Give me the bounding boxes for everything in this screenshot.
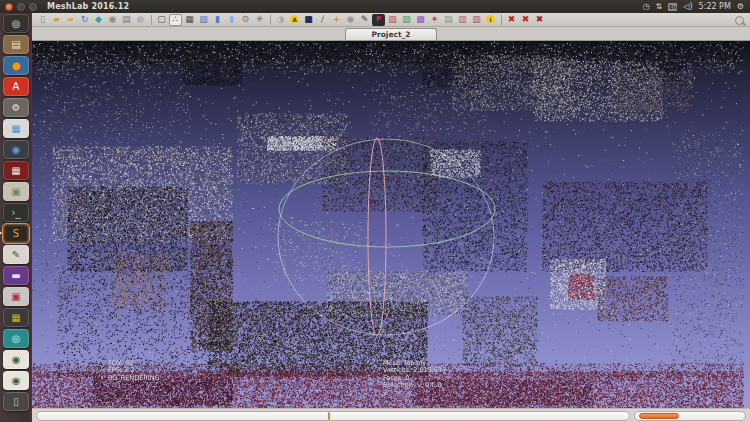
toolbar-separator [151, 15, 152, 25]
meshlab-window: ▯▰▰↻◆◉▤●▢∴▦▧▮▮⚙✳◑A■∕+◉✎P▧▨▩✶▤▥▥i✖✖✖ Proj… [32, 13, 750, 422]
pick-points-icon[interactable]: + [330, 14, 343, 26]
launcher-trash[interactable]: ▯ [3, 392, 29, 411]
launcher-terminal[interactable]: ›_ [3, 203, 29, 222]
launcher-gedit[interactable]: ✎ [3, 245, 29, 264]
3d-viewport[interactable] [32, 41, 750, 408]
select-vertices-icon[interactable]: ▧ [386, 14, 399, 26]
reload-mesh-icon[interactable]: ↻ [78, 14, 91, 26]
delete-all-meshes-icon[interactable]: ✖ [519, 14, 532, 26]
launcher-red-grid-app-icon: ▦ [11, 166, 20, 176]
search-icon[interactable] [735, 16, 744, 25]
main-toolbar: ▯▰▰↻◆◉▤●▢∴▦▧▮▮⚙✳◑A■∕+◉✎P▧▨▩✶▤▥▥i✖✖✖ [32, 13, 750, 27]
new-empty-project-icon[interactable]: ▯ [36, 14, 49, 26]
tab-project[interactable]: Project_2 [345, 28, 437, 40]
close-project-icon[interactable]: ✖ [533, 14, 546, 26]
launcher-teal-swirl-app[interactable]: ◎ [3, 329, 29, 348]
move-selection-icon[interactable]: ▤ [442, 14, 455, 26]
launcher-sublime-text-icon: S [13, 229, 19, 239]
launcher-firefox[interactable]: ● [3, 56, 29, 75]
project-tab-bar: Project_2 [32, 27, 750, 41]
wireframe-rendermode-icon[interactable]: ▦ [183, 14, 196, 26]
texture-toggle-icon[interactable]: ⚙ [239, 14, 252, 26]
launcher-app-a[interactable]: A [3, 77, 29, 96]
export-mesh-icon[interactable]: ◆ [92, 14, 105, 26]
progress-tick[interactable] [328, 412, 330, 420]
launcher-eye-app-1[interactable]: ◉ [3, 350, 29, 369]
bbox-rendermode-icon[interactable]: ▢ [155, 14, 168, 26]
tray-network-icon[interactable]: ⇅ [656, 3, 663, 11]
launcher-sublime-text[interactable]: S [3, 224, 29, 243]
hiddenlines-rendermode-icon[interactable]: ▧ [197, 14, 210, 26]
maximize-window-button[interactable] [29, 3, 37, 11]
side-track[interactable] [634, 411, 746, 421]
focused-app-arrow [0, 230, 2, 236]
launcher-purple-app[interactable]: ▬ [3, 266, 29, 285]
zpainting-icon[interactable]: P [372, 14, 385, 26]
open-project-icon[interactable]: ▰ [50, 14, 63, 26]
tray-keyboard-icon[interactable]: En [668, 3, 677, 11]
progress-track[interactable] [36, 411, 630, 421]
smooth-shading-icon[interactable]: ▮ [225, 14, 238, 26]
extra-label: v: [383, 390, 446, 398]
launcher-system-settings[interactable]: ⚙ [3, 98, 29, 117]
launcher-purple-app-icon: ▬ [11, 271, 20, 281]
window-title: MeshLab 2016.12 [47, 2, 129, 11]
tray-volume-icon[interactable]: ◁) [683, 3, 692, 11]
import-mesh-icon[interactable]: ▰ [64, 14, 77, 26]
launcher-red-grid-app[interactable]: ▦ [3, 161, 29, 180]
launcher-eye-app-1-icon: ◉ [12, 355, 21, 365]
measure-tool-icon[interactable]: ∕ [316, 14, 329, 26]
toolbar-separator [501, 15, 502, 25]
launcher-image-viewer[interactable]: ▣ [3, 182, 29, 201]
backface-culling-icon[interactable]: ◑ [274, 14, 287, 26]
mesh-info-overlay: Mesh: lab.ply Vertices: 2,015,617 Faces:… [383, 360, 446, 398]
select-connected-icon[interactable]: ✶ [428, 14, 441, 26]
launcher-dash[interactable]: ◎ [3, 14, 29, 33]
background-option-icon[interactable]: ■ [302, 14, 315, 26]
unity-launcher: ◎▤●A⚙▦◉▦▣›_S✎▬▣▦◎◉◉▯ [0, 13, 32, 422]
top-panel: MeshLab 2016.12 ◷⇅En◁)5:22 PM ⚙ [0, 0, 750, 13]
launcher-printer-app[interactable]: ▣ [3, 287, 29, 306]
launcher-trash-icon: ▯ [13, 397, 19, 407]
selection-sphere-icon[interactable]: ◉ [344, 14, 357, 26]
launcher-color-blocks-app-icon: ▦ [11, 313, 20, 323]
select-faces-icon[interactable]: ▨ [400, 14, 413, 26]
launcher-workspace-switcher[interactable]: ▦ [3, 119, 29, 138]
launcher-app-a-icon: A [13, 82, 20, 92]
launcher-files[interactable]: ▤ [3, 35, 29, 54]
launcher-firefox-icon: ● [12, 61, 21, 71]
status-bar [32, 408, 750, 422]
launcher-dash-icon: ◎ [12, 19, 21, 29]
launcher-blue-app-icon: ◉ [12, 145, 21, 155]
close-window-button[interactable] [5, 3, 13, 11]
tray-clock-label[interactable]: 5:22 PM [699, 2, 731, 11]
points-rendermode-icon[interactable]: ∴ [169, 14, 182, 26]
delete-current-mesh-icon[interactable]: ✖ [505, 14, 518, 26]
shader-icon[interactable]: ✳ [253, 14, 266, 26]
window-buttons [5, 3, 37, 11]
paint-tool-icon[interactable]: ✎ [358, 14, 371, 26]
minimize-window-button[interactable] [17, 3, 25, 11]
launcher-eye-app-2[interactable]: ◉ [3, 371, 29, 390]
selection-label: Selection: v: 0 f: 0 [383, 382, 446, 390]
launcher-workspace-switcher-icon: ▦ [11, 124, 20, 134]
light-toggle-icon[interactable]: ● [134, 14, 147, 26]
launcher-system-settings-icon: ⚙ [12, 103, 21, 113]
info-icon[interactable]: i [484, 14, 497, 26]
launcher-files-icon: ▤ [11, 40, 20, 50]
launcher-teal-swirl-app-icon: ◎ [12, 334, 21, 344]
launcher-color-blocks-app[interactable]: ▦ [3, 308, 29, 327]
tray-clock-icon[interactable]: ◷ [643, 3, 650, 11]
delete-selected-faces-icon[interactable]: ▥ [470, 14, 483, 26]
rendermode-label: BO_RENDERING [108, 375, 160, 383]
select-area-icon[interactable]: ▩ [414, 14, 427, 26]
delete-selected-vertices-icon[interactable]: ▥ [456, 14, 469, 26]
launcher-blue-app[interactable]: ◉ [3, 140, 29, 159]
system-tray: ◷⇅En◁)5:22 PM ⚙ [643, 2, 744, 11]
show-layers-icon[interactable]: ▤ [120, 14, 133, 26]
snapshot-icon[interactable]: ◉ [106, 14, 119, 26]
ambient-light-icon[interactable]: A [288, 14, 301, 26]
progress-pill[interactable] [639, 413, 679, 419]
flat-shading-icon[interactable]: ▮ [211, 14, 224, 26]
tray-session-icon[interactable]: ⚙ [737, 3, 744, 11]
